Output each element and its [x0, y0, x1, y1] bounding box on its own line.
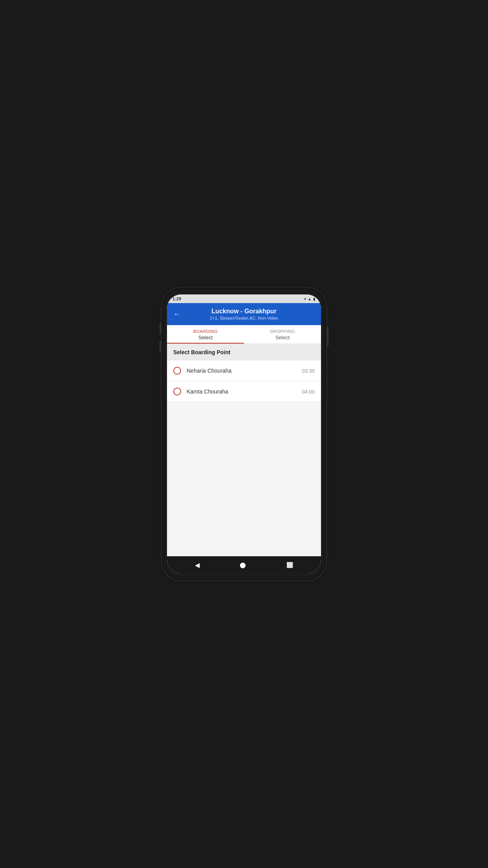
tab-boarding[interactable]: BOARDING Select: [167, 325, 244, 344]
signal-icon: ▲: [308, 297, 312, 301]
stop-name-2: Kamta Chouraha: [187, 388, 302, 395]
boarding-list: Neharia Chouraha 03:35 Kamta Chouraha 04…: [167, 360, 321, 402]
list-item[interactable]: Kamta Chouraha 04:00: [167, 381, 321, 402]
stop-time-2: 04:00: [302, 389, 315, 395]
tab-boarding-label: BOARDING: [169, 329, 242, 334]
bottom-nav: [167, 556, 321, 574]
radio-btn-2[interactable]: [173, 388, 181, 395]
back-button[interactable]: ←: [173, 310, 180, 318]
status-icons: ▾ ▲ ▮: [304, 297, 316, 301]
section-title: Select Boarding Point: [173, 349, 230, 355]
section-header: Select Boarding Point: [167, 344, 321, 360]
status-bar: 1:29 ▾ ▲ ▮: [167, 294, 321, 303]
phone-frame: 1:29 ▾ ▲ ▮ ← Lucknow - Gorakhpur 2+1, Sl…: [161, 287, 327, 581]
tab-dropping[interactable]: DROPPING Select: [244, 325, 321, 344]
stop-time-1: 03:35: [302, 368, 315, 374]
app-header: ← Lucknow - Gorakhpur 2+1, Sleeper/Seate…: [167, 303, 321, 325]
header-title-group: Lucknow - Gorakhpur 2+1, Sleeper/Seater,…: [184, 308, 304, 320]
tab-dropping-label: DROPPING: [246, 329, 319, 334]
tabs-bar: BOARDING Select DROPPING Select: [167, 325, 321, 344]
header-subtitle: 2+1, Sleeper/Seater,AC, Non-Video: [184, 316, 304, 320]
battery-icon: ▮: [313, 297, 316, 301]
status-time: 1:29: [172, 296, 181, 301]
list-item[interactable]: Neharia Chouraha 03:35: [167, 360, 321, 381]
wifi-icon: ▾: [304, 297, 306, 301]
content-area: Select Boarding Point Neharia Chouraha 0…: [167, 344, 321, 556]
phone-screen: 1:29 ▾ ▲ ▮ ← Lucknow - Gorakhpur 2+1, Sl…: [167, 294, 321, 574]
tab-dropping-value: Select: [246, 335, 319, 340]
header-title: Lucknow - Gorakhpur: [184, 308, 304, 315]
tab-boarding-value: Select: [169, 335, 242, 340]
stop-name-1: Neharia Chouraha: [187, 368, 302, 374]
nav-back-button[interactable]: [195, 561, 200, 569]
nav-recent-button[interactable]: [286, 561, 293, 568]
nav-home-button[interactable]: [240, 561, 246, 568]
radio-btn-1[interactable]: [173, 367, 181, 375]
